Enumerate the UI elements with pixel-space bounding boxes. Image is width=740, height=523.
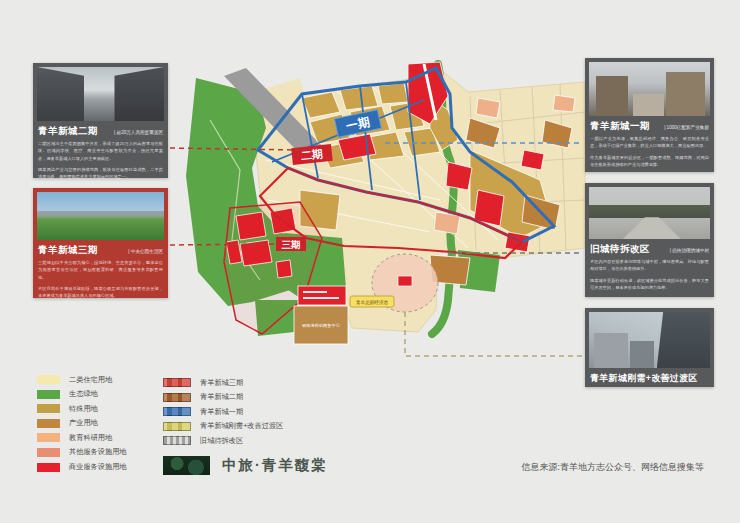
svg-text:三期: 三期	[282, 239, 301, 250]
phase1-body-1: 一期以产业为先导，聚集总部经济、商务办公、研发制造等业态，形成千亿级产业集群，就…	[590, 135, 709, 150]
tower-2	[666, 72, 705, 116]
skyline-strip	[37, 211, 164, 215]
hub-pill-label: 青羊总部经济港	[356, 299, 389, 306]
legend-swatch-residential	[37, 375, 60, 384]
building-right	[114, 67, 164, 121]
legend-swatch-phase2	[163, 393, 191, 402]
phase3-subtitle: | 中央公园生活区	[128, 249, 163, 254]
business-center-block: 铁路港科创商务中心	[294, 306, 348, 344]
phase2-body-2: 随着周边产业与交通的持续完善，板块居住氛围日益成熟，二手房流通活跃，是刚需购房者…	[38, 166, 163, 181]
legend-label: 旧城待拆改区	[200, 436, 243, 446]
phase1-photo	[589, 62, 710, 116]
legend-item: 青羊新城二期	[163, 393, 283, 402]
legend-label: 青羊新城刚需+改善过渡区	[200, 421, 283, 431]
legend-label: 教育科研用地	[69, 433, 112, 443]
legend-swatch-education	[37, 433, 60, 442]
mid-building	[594, 333, 628, 368]
infographic-canvas: 铁路港科创商务中心 青羊总部经济港 一期 二期 三期 青羊新城二期 | 超20万…	[0, 0, 740, 523]
phase3-photo	[37, 192, 164, 240]
legend-item: 特殊用地	[37, 404, 127, 413]
tree-band	[589, 205, 710, 219]
phase2-body-1: 二期区域沿主干道两侧集中开发，形成了超20万人的高密度居住板块。区域内学校、医疗…	[38, 140, 163, 162]
logo-image	[163, 456, 210, 475]
oldtown-subtitle: | 仍待治理的城中村	[670, 248, 709, 253]
legend-label: 二类住宅用地	[69, 375, 112, 385]
phase1-subtitle: | 1000亿配套产业集群	[664, 125, 709, 130]
legend-item: 其他服务设施用地	[37, 448, 127, 457]
legend-item: 生态绿地	[37, 390, 127, 399]
business-center-label: 铁路港科创商务中心	[301, 323, 341, 328]
phase3-body-1: 三期规划以中央公园为核心，绿地环绕、生态资源丰富，整体定位为低密度宜居生活区，规…	[38, 259, 163, 281]
dark-tower	[657, 312, 710, 368]
phase3-title: 青羊新城三期	[38, 244, 98, 257]
transition-title: 青羊新城刚需+改善过渡区	[590, 373, 698, 385]
legend-swatch-commercial	[37, 463, 60, 472]
panel-phase2: 青羊新城二期 | 超20万人高密度聚居区 二期区域沿主干道两侧集中开发，形成了超…	[33, 63, 168, 178]
legend-swatch-phase1	[163, 407, 191, 416]
oldtown-title: 旧城待拆改区	[590, 243, 650, 256]
legend-item: 产业用地	[37, 419, 127, 428]
legend-label: 其他服务设施用地	[69, 447, 127, 457]
legend-item: 二类住宅用地	[37, 375, 127, 384]
oldtown-body-2: 随着城市更新行动推进，该区域将分批完成拆迁改造，释放大量可开发空间，是未来价值兑…	[590, 277, 709, 292]
oldtown-photo	[589, 187, 710, 239]
legend-label: 青羊新城二期	[200, 392, 243, 402]
transition-photo	[589, 312, 710, 368]
legend-item: 旧城待拆改区	[163, 436, 283, 445]
panel-oldtown: 旧城待拆改区 | 仍待治理的城中村 片区内仍存在较多老旧院落与城中村，建筑密度高…	[585, 183, 714, 297]
panel-transition: 青羊新城刚需+改善过渡区	[585, 308, 714, 387]
tower-1	[596, 76, 627, 116]
hub-pill: 青羊总部经济港	[350, 296, 394, 307]
legend-phases: 青羊新城三期 青羊新城二期 青羊新城一期 青羊新城刚需+改善过渡区 旧城待拆改区	[163, 378, 283, 451]
legend-item: 青羊新城一期	[163, 407, 283, 416]
legend-swatch-oldtown	[163, 436, 191, 445]
legend-item: 青羊新城刚需+改善过渡区	[163, 422, 283, 431]
phase1-body-2: 作为青羊新城发展的起步区，一期配套成熟、路网完善，对周边居住板块形成持续的产业与…	[590, 154, 709, 169]
legend-label: 生态绿地	[69, 389, 98, 399]
legend-swatch-special	[37, 404, 60, 413]
legend-swatch-industry	[37, 419, 60, 428]
commercial-banner	[298, 286, 346, 305]
phase3-label: 三期	[276, 237, 306, 251]
phase2-title: 青羊新城二期	[38, 125, 98, 138]
developer-logo: 中旅·青羊馥棠	[163, 456, 328, 475]
building-left	[37, 67, 84, 121]
village-road	[623, 217, 681, 239]
legend-item: 商业服务设施用地	[37, 463, 127, 472]
phase3-body-2: 片区目前处于建设兑现阶段，随着公园景观与市政配套逐步呈现，未来将成为青羊新城品质…	[38, 285, 163, 300]
legend-swatch-green	[37, 390, 60, 399]
panel-phase3: 青羊新城三期 | 中央公园生活区 三期规划以中央公园为核心，绿地环绕、生态资源丰…	[33, 188, 168, 298]
legend-label: 青羊新城三期	[200, 378, 243, 388]
logo-text: 中旅·青羊馥棠	[222, 456, 328, 475]
low-building	[630, 341, 654, 368]
source-note: 信息来源:青羊地方志公众号、网络信息搜集等	[521, 461, 704, 474]
phase1-title: 青羊新城一期	[590, 120, 650, 133]
legend-swatch-services	[37, 448, 60, 457]
svg-text:二期: 二期	[300, 147, 323, 161]
legend-swatch-transition	[163, 422, 191, 431]
legend-item: 教育科研用地	[37, 433, 127, 442]
legend-swatch-phase3	[163, 378, 191, 387]
podium	[633, 94, 664, 116]
legend-item: 青羊新城三期	[163, 378, 283, 387]
legend-label: 产业用地	[69, 418, 98, 428]
oldtown-body-1: 片区内仍存在较多老旧院落与城中村，建筑密度高、环境与配套相对落后，居住品质有待提…	[590, 258, 709, 273]
phase2-photo	[37, 67, 164, 121]
legend-landuse: 二类住宅用地 生态绿地 特殊用地 产业用地 教育科研用地 其他服务设施用地 商业…	[37, 375, 127, 477]
panel-phase1: 青羊新城一期 | 1000亿配套产业集群 一期以产业为先导，聚集总部经济、商务办…	[585, 58, 714, 172]
legend-label: 青羊新城一期	[200, 407, 243, 417]
legend-label: 特殊用地	[69, 404, 98, 414]
phase2-subtitle: | 超20万人高密度聚居区	[114, 130, 163, 135]
legend-label: 商业服务设施用地	[69, 462, 127, 472]
